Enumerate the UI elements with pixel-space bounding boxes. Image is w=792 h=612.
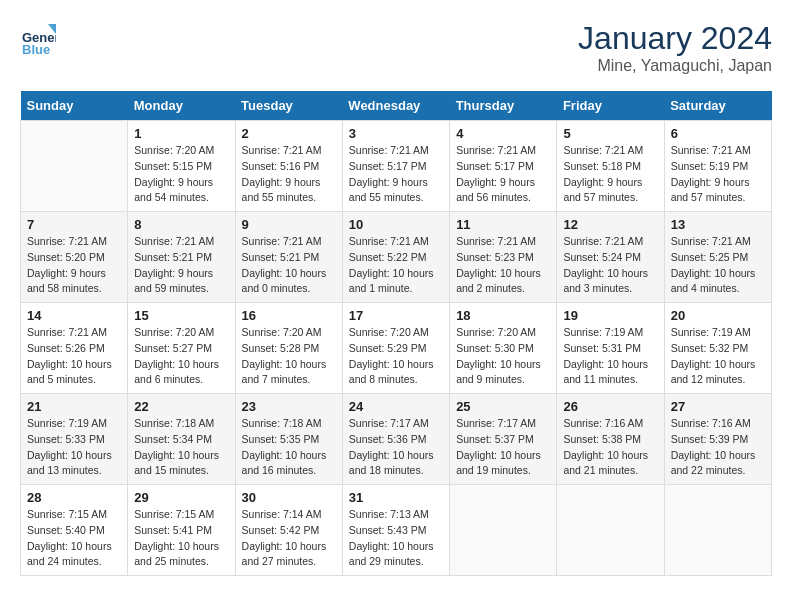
day-info: Sunrise: 7:21 AM Sunset: 5:21 PM Dayligh… [242, 234, 336, 297]
day-info: Sunrise: 7:21 AM Sunset: 5:24 PM Dayligh… [563, 234, 657, 297]
calendar-cell: 29Sunrise: 7:15 AM Sunset: 5:41 PM Dayli… [128, 485, 235, 576]
day-info: Sunrise: 7:21 AM Sunset: 5:22 PM Dayligh… [349, 234, 443, 297]
calendar-cell: 7Sunrise: 7:21 AM Sunset: 5:20 PM Daylig… [21, 212, 128, 303]
col-saturday: Saturday [664, 91, 771, 121]
day-number: 27 [671, 399, 765, 414]
day-number: 23 [242, 399, 336, 414]
col-tuesday: Tuesday [235, 91, 342, 121]
calendar-week-row: 28Sunrise: 7:15 AM Sunset: 5:40 PM Dayli… [21, 485, 772, 576]
calendar-cell: 20Sunrise: 7:19 AM Sunset: 5:32 PM Dayli… [664, 303, 771, 394]
day-number: 7 [27, 217, 121, 232]
day-info: Sunrise: 7:15 AM Sunset: 5:41 PM Dayligh… [134, 507, 228, 570]
day-info: Sunrise: 7:16 AM Sunset: 5:38 PM Dayligh… [563, 416, 657, 479]
calendar-week-row: 21Sunrise: 7:19 AM Sunset: 5:33 PM Dayli… [21, 394, 772, 485]
calendar-cell: 16Sunrise: 7:20 AM Sunset: 5:28 PM Dayli… [235, 303, 342, 394]
logo: General Blue [20, 20, 60, 56]
page-subtitle: Mine, Yamaguchi, Japan [578, 57, 772, 75]
day-info: Sunrise: 7:21 AM Sunset: 5:26 PM Dayligh… [27, 325, 121, 388]
calendar-cell: 9Sunrise: 7:21 AM Sunset: 5:21 PM Daylig… [235, 212, 342, 303]
day-info: Sunrise: 7:15 AM Sunset: 5:40 PM Dayligh… [27, 507, 121, 570]
day-info: Sunrise: 7:19 AM Sunset: 5:32 PM Dayligh… [671, 325, 765, 388]
day-number: 9 [242, 217, 336, 232]
calendar-cell: 13Sunrise: 7:21 AM Sunset: 5:25 PM Dayli… [664, 212, 771, 303]
day-number: 8 [134, 217, 228, 232]
calendar-cell: 25Sunrise: 7:17 AM Sunset: 5:37 PM Dayli… [450, 394, 557, 485]
col-thursday: Thursday [450, 91, 557, 121]
day-number: 16 [242, 308, 336, 323]
day-info: Sunrise: 7:16 AM Sunset: 5:39 PM Dayligh… [671, 416, 765, 479]
day-info: Sunrise: 7:20 AM Sunset: 5:15 PM Dayligh… [134, 143, 228, 206]
calendar-cell: 31Sunrise: 7:13 AM Sunset: 5:43 PM Dayli… [342, 485, 449, 576]
day-number: 20 [671, 308, 765, 323]
calendar-cell [664, 485, 771, 576]
day-number: 3 [349, 126, 443, 141]
calendar-cell: 19Sunrise: 7:19 AM Sunset: 5:31 PM Dayli… [557, 303, 664, 394]
day-info: Sunrise: 7:21 AM Sunset: 5:17 PM Dayligh… [456, 143, 550, 206]
calendar-cell: 17Sunrise: 7:20 AM Sunset: 5:29 PM Dayli… [342, 303, 449, 394]
day-number: 18 [456, 308, 550, 323]
calendar-cell: 11Sunrise: 7:21 AM Sunset: 5:23 PM Dayli… [450, 212, 557, 303]
svg-text:Blue: Blue [22, 42, 50, 56]
day-number: 25 [456, 399, 550, 414]
day-info: Sunrise: 7:14 AM Sunset: 5:42 PM Dayligh… [242, 507, 336, 570]
day-number: 21 [27, 399, 121, 414]
day-number: 13 [671, 217, 765, 232]
calendar-cell: 3Sunrise: 7:21 AM Sunset: 5:17 PM Daylig… [342, 121, 449, 212]
day-number: 5 [563, 126, 657, 141]
day-info: Sunrise: 7:21 AM Sunset: 5:17 PM Dayligh… [349, 143, 443, 206]
calendar-cell: 4Sunrise: 7:21 AM Sunset: 5:17 PM Daylig… [450, 121, 557, 212]
day-number: 12 [563, 217, 657, 232]
calendar-cell: 14Sunrise: 7:21 AM Sunset: 5:26 PM Dayli… [21, 303, 128, 394]
calendar-cell: 24Sunrise: 7:17 AM Sunset: 5:36 PM Dayli… [342, 394, 449, 485]
day-info: Sunrise: 7:21 AM Sunset: 5:16 PM Dayligh… [242, 143, 336, 206]
day-number: 1 [134, 126, 228, 141]
day-info: Sunrise: 7:17 AM Sunset: 5:37 PM Dayligh… [456, 416, 550, 479]
day-number: 6 [671, 126, 765, 141]
day-number: 15 [134, 308, 228, 323]
calendar-cell: 21Sunrise: 7:19 AM Sunset: 5:33 PM Dayli… [21, 394, 128, 485]
day-number: 22 [134, 399, 228, 414]
calendar-cell: 2Sunrise: 7:21 AM Sunset: 5:16 PM Daylig… [235, 121, 342, 212]
calendar-week-row: 14Sunrise: 7:21 AM Sunset: 5:26 PM Dayli… [21, 303, 772, 394]
day-info: Sunrise: 7:20 AM Sunset: 5:28 PM Dayligh… [242, 325, 336, 388]
calendar-cell: 8Sunrise: 7:21 AM Sunset: 5:21 PM Daylig… [128, 212, 235, 303]
calendar-cell [557, 485, 664, 576]
col-wednesday: Wednesday [342, 91, 449, 121]
day-number: 14 [27, 308, 121, 323]
day-number: 11 [456, 217, 550, 232]
calendar-cell: 12Sunrise: 7:21 AM Sunset: 5:24 PM Dayli… [557, 212, 664, 303]
day-info: Sunrise: 7:20 AM Sunset: 5:30 PM Dayligh… [456, 325, 550, 388]
day-number: 17 [349, 308, 443, 323]
calendar-header-row: Sunday Monday Tuesday Wednesday Thursday… [21, 91, 772, 121]
title-block: January 2024 Mine, Yamaguchi, Japan [578, 20, 772, 75]
day-info: Sunrise: 7:20 AM Sunset: 5:29 PM Dayligh… [349, 325, 443, 388]
calendar-cell: 23Sunrise: 7:18 AM Sunset: 5:35 PM Dayli… [235, 394, 342, 485]
day-info: Sunrise: 7:21 AM Sunset: 5:25 PM Dayligh… [671, 234, 765, 297]
day-number: 10 [349, 217, 443, 232]
day-info: Sunrise: 7:18 AM Sunset: 5:35 PM Dayligh… [242, 416, 336, 479]
page-header: General Blue January 2024 Mine, Yamaguch… [20, 20, 772, 75]
calendar-cell: 10Sunrise: 7:21 AM Sunset: 5:22 PM Dayli… [342, 212, 449, 303]
calendar-table: Sunday Monday Tuesday Wednesday Thursday… [20, 91, 772, 576]
calendar-cell: 5Sunrise: 7:21 AM Sunset: 5:18 PM Daylig… [557, 121, 664, 212]
calendar-cell: 18Sunrise: 7:20 AM Sunset: 5:30 PM Dayli… [450, 303, 557, 394]
calendar-cell: 27Sunrise: 7:16 AM Sunset: 5:39 PM Dayli… [664, 394, 771, 485]
calendar-cell [450, 485, 557, 576]
day-number: 28 [27, 490, 121, 505]
day-info: Sunrise: 7:21 AM Sunset: 5:20 PM Dayligh… [27, 234, 121, 297]
day-number: 29 [134, 490, 228, 505]
calendar-cell: 28Sunrise: 7:15 AM Sunset: 5:40 PM Dayli… [21, 485, 128, 576]
col-sunday: Sunday [21, 91, 128, 121]
day-info: Sunrise: 7:13 AM Sunset: 5:43 PM Dayligh… [349, 507, 443, 570]
day-number: 24 [349, 399, 443, 414]
col-monday: Monday [128, 91, 235, 121]
day-info: Sunrise: 7:18 AM Sunset: 5:34 PM Dayligh… [134, 416, 228, 479]
day-info: Sunrise: 7:21 AM Sunset: 5:23 PM Dayligh… [456, 234, 550, 297]
day-number: 19 [563, 308, 657, 323]
day-info: Sunrise: 7:21 AM Sunset: 5:21 PM Dayligh… [134, 234, 228, 297]
logo-icon: General Blue [20, 20, 56, 56]
day-info: Sunrise: 7:17 AM Sunset: 5:36 PM Dayligh… [349, 416, 443, 479]
col-friday: Friday [557, 91, 664, 121]
day-info: Sunrise: 7:21 AM Sunset: 5:19 PM Dayligh… [671, 143, 765, 206]
page-title: January 2024 [578, 20, 772, 57]
